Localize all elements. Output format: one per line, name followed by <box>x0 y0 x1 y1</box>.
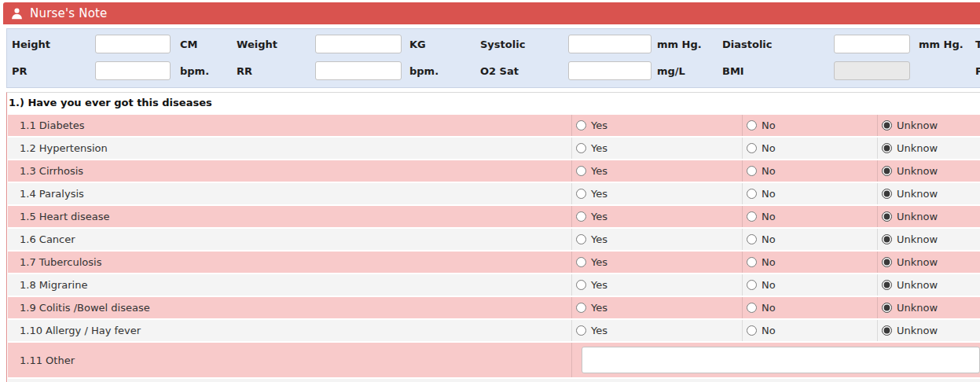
yes-radio[interactable] <box>576 166 586 176</box>
option-cell-no: No <box>742 183 877 204</box>
radio-option-unknow[interactable]: Unknow <box>882 233 938 245</box>
option-cell-no: No <box>742 229 877 250</box>
yes-radio[interactable] <box>576 143 586 153</box>
option-cell-no: No <box>742 115 877 136</box>
unknow-radio[interactable] <box>882 325 892 336</box>
radio-option-yes[interactable]: Yes <box>576 279 607 291</box>
option-cell-unknow: Unknow <box>877 138 980 159</box>
rr-input[interactable] <box>315 61 402 80</box>
radio-option-yes[interactable]: Yes <box>576 119 607 131</box>
disease-label: 1.11 Other <box>8 354 571 366</box>
no-radio[interactable] <box>747 166 757 176</box>
radio-label: Yes <box>591 279 607 291</box>
radio-option-unknow[interactable]: Unknow <box>882 256 938 268</box>
radio-option-yes[interactable]: Yes <box>576 142 607 154</box>
radio-option-no[interactable]: No <box>747 256 776 268</box>
yes-radio[interactable] <box>576 189 586 199</box>
radio-label: Yes <box>591 211 607 222</box>
o2-sat-label: O2 Sat <box>480 61 519 82</box>
radio-option-unknow[interactable]: Unknow <box>882 188 938 200</box>
radio-option-no[interactable]: No <box>747 119 776 131</box>
radio-option-no[interactable]: No <box>747 279 776 291</box>
radio-option-yes[interactable]: Yes <box>576 256 607 268</box>
radio-option-yes[interactable]: Yes <box>576 211 607 222</box>
other-disease-input[interactable] <box>582 347 980 373</box>
radio-option-yes[interactable]: Yes <box>576 188 607 200</box>
option-cell-unknow: Unknow <box>877 160 980 182</box>
radio-option-yes[interactable]: Yes <box>576 302 607 314</box>
page-title: Nurse's Note <box>30 6 108 20</box>
radio-option-yes[interactable]: Yes <box>576 165 607 177</box>
radio-label: No <box>762 142 776 154</box>
radio-option-no[interactable]: No <box>747 233 776 245</box>
radio-option-no[interactable]: No <box>747 325 776 336</box>
yes-radio[interactable] <box>576 120 586 130</box>
no-radio[interactable] <box>747 120 757 130</box>
option-cell-yes: Yes <box>571 320 742 341</box>
radio-label: No <box>762 279 776 291</box>
option-cell-yes: Yes <box>571 252 742 273</box>
yes-radio[interactable] <box>576 325 586 336</box>
radio-option-no[interactable]: No <box>747 165 776 177</box>
o2-sat-unit-label: mg/L <box>657 61 685 82</box>
option-cell-unknow: Unknow <box>877 274 980 296</box>
o2-sat-input[interactable] <box>568 61 651 80</box>
unknow-radio[interactable] <box>882 280 892 290</box>
weight-label: Weight <box>237 35 277 55</box>
no-radio[interactable] <box>747 211 757 222</box>
yes-radio[interactable] <box>576 234 586 244</box>
option-cell-no: No <box>742 138 877 159</box>
systolic-unit-label: mm Hg. <box>657 35 702 55</box>
unknow-radio[interactable] <box>882 234 892 244</box>
disease-row-1-6-cancer: 1.6 CancerYesNoUnknow <box>8 229 980 250</box>
radio-option-unknow[interactable]: Unknow <box>882 119 938 131</box>
bmi-label: BMI <box>722 61 744 82</box>
unknow-radio[interactable] <box>882 211 892 222</box>
unknow-radio[interactable] <box>882 143 892 153</box>
yes-radio[interactable] <box>576 303 586 313</box>
systolic-label: Systolic <box>480 35 525 55</box>
unknow-radio[interactable] <box>882 257 892 267</box>
radio-option-yes[interactable]: Yes <box>576 233 607 245</box>
radio-option-yes[interactable]: Yes <box>576 325 607 336</box>
option-cell-unknow: Unknow <box>877 206 980 227</box>
systolic-input[interactable] <box>568 35 651 53</box>
no-radio[interactable] <box>747 257 757 267</box>
panel-header: Nurse's Note <box>3 2 980 24</box>
unknow-radio[interactable] <box>882 303 892 313</box>
pr-label: PR <box>12 61 28 82</box>
radio-option-unknow[interactable]: Unknow <box>882 211 938 222</box>
yes-radio[interactable] <box>576 257 586 267</box>
no-radio[interactable] <box>747 143 757 153</box>
vitals-row-2: PRbpm.RRbpm.O2 Satmg/LBMIP <box>7 61 980 82</box>
radio-option-unknow[interactable]: Unknow <box>882 142 938 154</box>
yes-radio[interactable] <box>576 211 586 222</box>
clipped-label: T <box>975 35 980 55</box>
no-radio[interactable] <box>747 189 757 199</box>
radio-option-unknow[interactable]: Unknow <box>882 325 938 336</box>
radio-option-no[interactable]: No <box>747 211 776 222</box>
no-radio[interactable] <box>747 325 757 336</box>
radio-label: No <box>762 233 776 245</box>
weight-input[interactable] <box>315 35 402 53</box>
unknow-radio[interactable] <box>882 120 892 130</box>
unknow-radio[interactable] <box>882 166 892 176</box>
unknow-radio[interactable] <box>882 189 892 199</box>
radio-label: Unknow <box>897 256 938 268</box>
radio-label: Yes <box>591 165 607 177</box>
radio-option-no[interactable]: No <box>747 142 776 154</box>
disease-label: 1.6 Cancer <box>8 229 571 250</box>
no-radio[interactable] <box>747 280 757 290</box>
disease-label: 1.10 Allergy / Hay fever <box>8 320 571 341</box>
radio-option-unknow[interactable]: Unknow <box>882 165 938 177</box>
radio-option-unknow[interactable]: Unknow <box>882 302 938 314</box>
yes-radio[interactable] <box>576 280 586 290</box>
height-input[interactable] <box>95 35 171 53</box>
no-radio[interactable] <box>747 234 757 244</box>
no-radio[interactable] <box>747 303 757 313</box>
pr-input[interactable] <box>95 61 171 80</box>
diastolic-input[interactable] <box>834 35 910 53</box>
radio-option-unknow[interactable]: Unknow <box>882 279 938 291</box>
radio-option-no[interactable]: No <box>747 188 776 200</box>
radio-option-no[interactable]: No <box>747 302 776 314</box>
